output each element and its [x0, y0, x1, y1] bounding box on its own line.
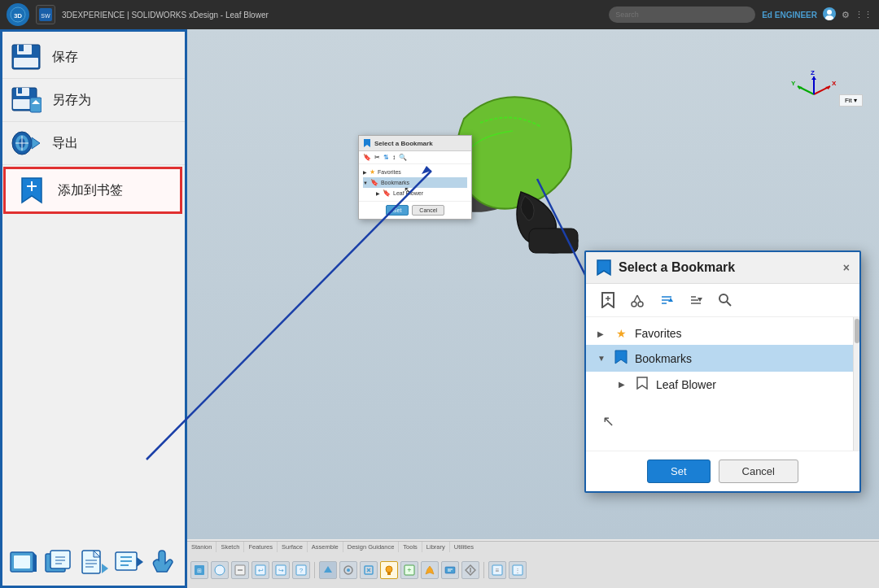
dialog-bookmark-tool[interactable]	[597, 290, 619, 310]
menu-item-export[interactable]: 导出	[0, 122, 186, 165]
tab-tools[interactable]: Tools	[399, 542, 422, 552]
tb-icon-10[interactable]	[380, 561, 398, 579]
tree-item-favorites[interactable]: ▶ ★ Favorites	[586, 322, 859, 345]
tb-icon-7[interactable]	[319, 561, 337, 579]
dialog-sort-asc-tool[interactable]	[656, 290, 677, 310]
dialog-scrollbar[interactable]	[853, 317, 859, 451]
tb-icon-16[interactable]: ⋮	[509, 561, 527, 579]
svg-marker-60	[364, 139, 370, 147]
sd-tree-bookmarks[interactable]: ▼ 🔖 Bookmarks	[363, 177, 467, 188]
small-dialog: Select a Bookmark 🔖 ✂ ⇅ ↕ 🔍 ▶ ★ Favorite…	[358, 135, 472, 220]
set-button[interactable]: Set	[647, 460, 711, 483]
tb-icon-12[interactable]	[421, 561, 439, 579]
tb-icon-9[interactable]	[360, 561, 378, 579]
settings-icon[interactable]: ⚙	[842, 10, 850, 20]
tb-icon-6[interactable]: ?	[292, 561, 310, 579]
bottom-icon-arrows[interactable]	[111, 546, 146, 578]
tb-icon-11[interactable]: +	[400, 561, 418, 579]
toolbar-divider	[314, 562, 315, 578]
sd-search-icon[interactable]: 🔍	[399, 154, 407, 161]
dialog-sort-desc-tool[interactable]	[685, 290, 706, 310]
empty-tree-area: ↖	[586, 397, 859, 446]
tab-surface[interactable]: Surface	[278, 542, 308, 552]
export-icon	[10, 128, 42, 158]
svg-point-77	[386, 566, 392, 573]
toolbar-icons-row: ⊞ ↩ ↪ ? + ≡ ⋮	[187, 552, 879, 588]
svg-rect-27	[14, 555, 30, 568]
sd-tree-leafblower[interactable]: ▶ 🔖 Leaf Blower	[363, 188, 467, 198]
bottom-icons-row	[0, 542, 187, 581]
zoom-control[interactable]: Fit ▾	[839, 94, 863, 107]
tb-icon-3[interactable]	[231, 561, 249, 579]
save-label: 保存	[52, 49, 78, 66]
tb-icon-4[interactable]: ↩	[251, 561, 269, 579]
bottom-icon-page[interactable]	[77, 546, 112, 578]
svg-rect-30	[50, 551, 70, 568]
tab-library[interactable]: Library	[422, 542, 450, 552]
toolbar-divider-2	[483, 562, 484, 578]
svg-text:Z: Z	[811, 70, 815, 76]
close-button[interactable]: ×	[843, 261, 850, 274]
user-avatar-icon[interactable]	[822, 7, 837, 23]
bookmarks-label: Bookmarks	[635, 352, 692, 365]
tb-icon-5[interactable]: ↪	[272, 561, 290, 579]
small-cancel-button[interactable]: Cancel	[412, 205, 444, 216]
leafblower-label: Leaf Blower	[656, 378, 716, 391]
svg-text:⊞: ⊞	[197, 568, 202, 573]
tb-icon-8[interactable]	[339, 561, 357, 579]
coordinate-axes: X Y Z	[789, 70, 838, 119]
dialog-cut-tool[interactable]	[627, 290, 648, 310]
sd-sort2-icon[interactable]: ↕	[392, 154, 396, 161]
tb-icon-1[interactable]: ⊞	[190, 561, 208, 579]
favorites-label: Favorites	[635, 327, 682, 340]
tab-stanion[interactable]: Stanion	[187, 542, 216, 552]
tab-assemble[interactable]: Assemble	[308, 542, 343, 552]
user-label: Ed ENGINEER	[762, 11, 817, 20]
bottom-toolbar: Stanion Sketch Features Surface Assemble…	[187, 541, 879, 588]
small-dialog-tree: ▶ ★ Favorites ▼ 🔖 Bookmarks ▶ 🔖 Leaf Blo…	[359, 164, 471, 201]
sd-expand-favorites: ▶	[363, 169, 367, 175]
svg-rect-59	[529, 229, 578, 253]
cancel-button[interactable]: Cancel	[719, 460, 798, 483]
top-bar-icons: Ed ENGINEER ⚙ ⋮⋮	[762, 7, 872, 23]
svg-point-95	[638, 302, 643, 307]
sd-sort1-icon[interactable]: ⇅	[383, 154, 389, 161]
bottom-icon-box[interactable]	[7, 546, 42, 578]
sd-bookmark-icon[interactable]: 🔖	[363, 154, 371, 161]
tree-item-bookmarks[interactable]: ▼ Bookmarks	[586, 345, 859, 372]
sd-cut-icon[interactable]: ✂	[374, 154, 380, 161]
menu-item-save[interactable]: 保存	[0, 36, 186, 79]
svg-rect-9	[19, 45, 24, 51]
tab-features[interactable]: Features	[244, 542, 278, 552]
tab-design-guidance[interactable]: Design Guidance	[343, 542, 400, 552]
bottom-icon-copy[interactable]	[42, 546, 77, 578]
menu-item-saveas[interactable]: 另存为	[0, 79, 186, 122]
svg-rect-15	[30, 98, 42, 112]
sd-tree-favorites[interactable]: ▶ ★ Favorites	[363, 167, 467, 177]
small-dialog-buttons: Set Cancel	[359, 201, 471, 219]
dialog-search-tool[interactable]	[715, 290, 736, 310]
tb-icon-13[interactable]	[441, 561, 459, 579]
svg-marker-28	[33, 552, 37, 572]
svg-line-97	[637, 295, 641, 302]
leafblower-icon	[635, 377, 649, 392]
tab-utilities[interactable]: Utilities	[450, 542, 478, 552]
saveas-label: 另存为	[52, 92, 91, 109]
tb-icon-2[interactable]	[211, 561, 229, 579]
tb-icon-14[interactable]	[461, 561, 479, 579]
expand-bookmarks: ▼	[597, 354, 607, 363]
menu-item-addbookmark[interactable]: 添加到书签	[3, 167, 182, 214]
search-input[interactable]	[609, 7, 755, 23]
app-logo: 3D	[7, 3, 29, 26]
tb-icon-15[interactable]: ≡	[488, 561, 506, 579]
tab-sketch[interactable]: Sketch	[216, 542, 244, 552]
svg-marker-39	[102, 564, 108, 573]
tree-item-leafblower[interactable]: ▶ Leaf Blower	[586, 372, 859, 397]
small-set-button[interactable]: Set	[386, 205, 409, 216]
large-dialog-tree: ▶ ★ Favorites ▼ Bookmarks ▶ Leaf Blower …	[586, 317, 859, 451]
expand-favorites: ▶	[597, 329, 607, 338]
svg-text:↩: ↩	[258, 567, 264, 574]
svg-rect-10	[14, 58, 38, 68]
menu-icon[interactable]: ⋮⋮	[855, 10, 872, 20]
bottom-icon-hand[interactable]	[146, 546, 181, 578]
